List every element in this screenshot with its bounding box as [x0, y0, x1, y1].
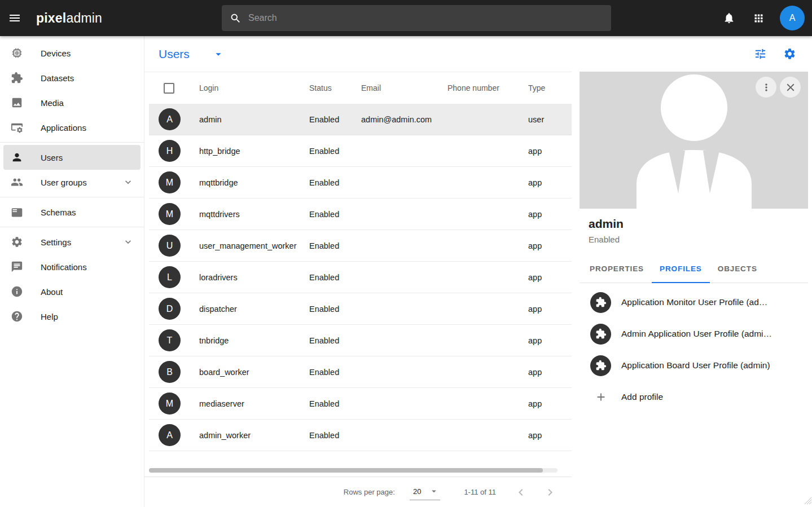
- image-icon: [10, 96, 24, 109]
- more-options-kebab-icon[interactable]: [756, 77, 776, 98]
- app-window: pixeladmin A Devices Datasets Media: [0, 0, 812, 507]
- cell-status: Enabled: [309, 210, 361, 219]
- filter-tune-icon[interactable]: [753, 47, 767, 61]
- sidebar-item-help[interactable]: Help: [3, 304, 141, 329]
- sidebar-item-users[interactable]: Users: [3, 145, 141, 170]
- table-row[interactable]: M mqttbridge Enabled app: [149, 167, 572, 199]
- users-table-card: Login Status Email Phone number Type A a…: [144, 72, 572, 507]
- close-icon[interactable]: [780, 77, 801, 98]
- list-item-profile[interactable]: Admin Application User Profile (admi…: [580, 318, 808, 350]
- notifications-bell-icon[interactable]: [718, 7, 740, 29]
- tab-objects[interactable]: OBJECTS: [710, 256, 765, 283]
- sidebar-item-datasets[interactable]: Datasets: [3, 65, 141, 90]
- sidebar-item-user-groups[interactable]: User groups: [3, 170, 141, 195]
- sidebar-item-schemas[interactable]: Schemas: [3, 200, 141, 224]
- cell-status: Enabled: [309, 305, 361, 314]
- view-selector[interactable]: Users: [159, 47, 225, 61]
- puzzle-icon: [590, 324, 611, 345]
- table-row[interactable]: B board_worker Enabled app: [149, 356, 572, 388]
- table-row[interactable]: T tnbridge Enabled app: [149, 325, 572, 356]
- dropdown-caret-icon: [212, 48, 225, 60]
- column-header-email: Email: [361, 83, 447, 92]
- table-row[interactable]: M mediaserver Enabled app: [149, 388, 572, 420]
- search-box: [222, 5, 611, 31]
- sidebar-item-about[interactable]: About: [3, 279, 141, 304]
- cell-login: admin: [199, 115, 309, 124]
- tab-profiles[interactable]: PROFILES: [652, 256, 710, 283]
- topbar: pixeladmin A: [0, 0, 812, 36]
- table-row[interactable]: A admin_worker Enabled app: [149, 420, 572, 451]
- sidebar-item-applications[interactable]: Applications: [3, 115, 141, 140]
- sidebar-item-media[interactable]: Media: [3, 90, 141, 115]
- profile-image-placeholder: [580, 72, 808, 209]
- profile-label: Admin Application User Profile (admi…: [621, 329, 772, 339]
- detail-tabs: PROPERTIES PROFILES OBJECTS: [580, 256, 808, 283]
- cell-type: user: [528, 115, 572, 124]
- menu-icon[interactable]: [2, 6, 27, 30]
- sidebar: Devices Datasets Media Applications User…: [0, 36, 144, 507]
- table-row[interactable]: L loradrivers Enabled app: [149, 262, 572, 293]
- plus-icon: [590, 391, 611, 403]
- chevron-down-icon: [122, 177, 134, 188]
- column-header-status: Status: [309, 83, 361, 92]
- sidebar-divider: [0, 227, 144, 227]
- sidebar-item-notifications[interactable]: Notifications: [3, 254, 141, 279]
- table-row[interactable]: D dispatcher Enabled app: [149, 293, 572, 325]
- resize-grip[interactable]: [804, 496, 811, 506]
- row-avatar: T: [159, 329, 181, 351]
- list-item-profile[interactable]: Application Monitor User Profile (ad…: [580, 286, 808, 318]
- rows-per-page-select[interactable]: 20: [410, 484, 440, 500]
- sidebar-item-label: User groups: [41, 178, 87, 187]
- table-row[interactable]: M mqttdrivers Enabled app: [149, 199, 572, 230]
- add-profile-button[interactable]: Add profile: [580, 381, 808, 413]
- chevron-down-icon: [122, 236, 134, 248]
- cell-email: admin@admin.com: [361, 115, 447, 124]
- sidebar-item-devices[interactable]: Devices: [3, 41, 141, 65]
- column-header-type: Type: [528, 83, 572, 92]
- cell-status: Enabled: [309, 336, 361, 345]
- tab-properties[interactable]: PROPERTIES: [582, 256, 652, 283]
- sidebar-item-label: Schemas: [41, 208, 76, 217]
- row-avatar: M: [159, 393, 181, 415]
- previous-page-icon[interactable]: [513, 484, 529, 500]
- search-input[interactable]: [248, 13, 603, 23]
- schema-list-icon: [10, 205, 24, 219]
- cell-type: app: [528, 147, 572, 156]
- table-header-row: Login Status Email Phone number Type: [149, 72, 572, 104]
- list-item-profile[interactable]: Application Board User Profile (admin): [580, 350, 808, 381]
- puzzle-icon: [590, 355, 611, 376]
- row-avatar: A: [159, 424, 181, 446]
- sidebar-item-label: Help: [41, 312, 58, 321]
- user-avatar[interactable]: A: [780, 6, 805, 30]
- settings-gear-icon[interactable]: [782, 47, 797, 61]
- column-header-phone: Phone number: [447, 83, 528, 92]
- brand-logo: pixeladmin: [36, 11, 102, 26]
- row-avatar: B: [159, 361, 181, 383]
- scrollbar-thumb[interactable]: [149, 468, 543, 473]
- cell-status: Enabled: [309, 273, 361, 282]
- profile-label: Application Board User Profile (admin): [621, 360, 770, 371]
- sidebar-item-label: Settings: [41, 237, 71, 247]
- row-avatar: M: [159, 203, 181, 225]
- table-row[interactable]: H http_bridge Enabled app: [149, 135, 572, 167]
- select-all-checkbox[interactable]: [164, 83, 174, 94]
- profile-label: Application Monitor User Profile (ad…: [621, 297, 767, 307]
- cell-login: loradrivers: [199, 273, 309, 282]
- rows-per-page-label: Rows per page:: [344, 488, 395, 496]
- sidebar-item-settings[interactable]: Settings: [3, 230, 141, 254]
- table-row[interactable]: A admin Enabled admin@admin.com user: [149, 104, 572, 135]
- table-row[interactable]: U user_management_worker Enabled app: [149, 230, 572, 262]
- add-profile-label: Add profile: [621, 392, 663, 402]
- header-actions: [753, 47, 797, 61]
- cell-type: app: [528, 305, 572, 314]
- rows-per-page-value: 20: [413, 487, 421, 496]
- cell-type: app: [528, 273, 572, 282]
- cell-login: admin_worker: [199, 431, 309, 440]
- apps-grid-icon[interactable]: [747, 7, 770, 29]
- next-page-icon[interactable]: [542, 484, 558, 500]
- content-header: Users: [144, 36, 812, 72]
- puzzle-icon: [10, 71, 24, 85]
- cell-status: Enabled: [309, 241, 361, 250]
- cell-login: tnbridge: [199, 336, 309, 345]
- app-window-gear-icon: [10, 121, 24, 134]
